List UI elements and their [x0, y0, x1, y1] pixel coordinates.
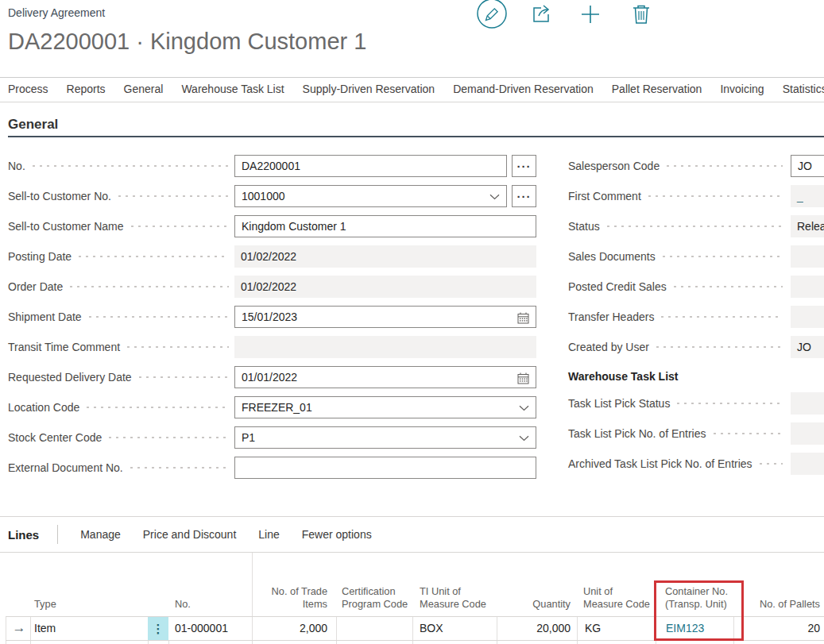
- dotted-leader: [760, 462, 783, 465]
- field-label: Status: [568, 220, 600, 233]
- row-menu-button[interactable]: ⋮: [148, 617, 168, 640]
- field-first-comment: First Comment_: [0, 185, 824, 207]
- dotted-leader: [674, 285, 783, 288]
- field-task-list-pick-status: Task List Pick Status: [0, 392, 824, 415]
- lines-menu-manage[interactable]: Manage: [80, 528, 121, 541]
- tab-statistics[interactable]: Statistics: [783, 83, 824, 95]
- dotted-leader: [677, 402, 783, 405]
- cell-border: [168, 641, 169, 644]
- field-value: _: [791, 190, 803, 202]
- column-header-text: No. of Pallets: [737, 598, 820, 611]
- tab-demand-driven-reservation[interactable]: Demand-Driven Reservation: [453, 83, 594, 95]
- field-readonly: JO: [791, 336, 824, 358]
- field-label: Transfer Headers: [568, 310, 654, 323]
- page-caption: Delivery Agreement: [8, 6, 105, 19]
- divider: [0, 516, 824, 517]
- cell-border: [148, 641, 149, 644]
- trash-icon: [630, 3, 652, 29]
- column-header-type[interactable]: Type: [30, 553, 148, 616]
- edit-button[interactable]: [476, 0, 508, 32]
- column-header-certification-program-code[interactable]: Certification Program Code: [336, 553, 412, 616]
- tab-reports[interactable]: Reports: [67, 83, 106, 95]
- delete-button[interactable]: [625, 0, 657, 32]
- dotted-leader: [607, 225, 783, 228]
- column-header-unit-of-measure-code[interactable]: Unit of Measure Code: [577, 553, 656, 616]
- field-label: Task List Pick Status: [568, 397, 670, 410]
- tab-invoicing[interactable]: Invoicing: [720, 83, 764, 95]
- cell-border: [733, 641, 734, 644]
- field-archived-task-list-pick-no-of-entries: Archived Task List Pick No. of Entries: [0, 453, 824, 475]
- column-header-text: No. of Trade Items: [255, 585, 327, 611]
- field-label: Archived Task List Pick No. of Entries: [568, 457, 752, 470]
- lines-toolbar: Lines ManagePrice and DiscountLineFewer …: [8, 524, 372, 545]
- tab-supply-driven-reservation[interactable]: Supply-Driven Reservation: [303, 83, 435, 95]
- tab-general[interactable]: General: [124, 83, 164, 95]
- column-header-text: Unit of Measure Code: [583, 585, 652, 611]
- dotted-leader: [714, 432, 783, 435]
- general-section-underline: [8, 136, 824, 137]
- cell-border: [252, 641, 253, 644]
- lines-menu-fewer-options[interactable]: Fewer options: [302, 528, 372, 541]
- lines-menu-price-and-discount[interactable]: Price and Discount: [143, 528, 237, 541]
- plus-icon: [579, 3, 602, 29]
- field-readonly: [791, 392, 824, 415]
- column-divider: [252, 553, 253, 616]
- dotted-leader: [667, 164, 783, 168]
- general-section-heading[interactable]: General: [8, 117, 58, 133]
- cell-ti-unit-of-measure-code[interactable]: BOX: [412, 617, 497, 640]
- cell-border: [656, 641, 656, 644]
- cell-certification-program-code[interactable]: [336, 617, 412, 640]
- column-header-ti-unit-of-measure-code[interactable]: TI Unit of Measure Code: [412, 553, 497, 616]
- lines-menu-line[interactable]: Line: [258, 528, 279, 541]
- ribbon-tabs: ProcessReportsGeneralWarehouse Task List…: [8, 83, 824, 95]
- field-salesperson-code: Salesperson CodeJO: [0, 155, 824, 177]
- column-header-quantity[interactable]: Quantity: [497, 553, 577, 616]
- field-value: Relea: [791, 220, 824, 233]
- field-value: JO: [791, 160, 812, 172]
- cell-border: [497, 641, 497, 644]
- cell-no-of-trade-items[interactable]: 2,000: [252, 617, 336, 640]
- column-header-no-of-trade-items[interactable]: No. of Trade Items: [252, 553, 336, 616]
- field-readonly: Relea: [791, 215, 824, 237]
- cell-no[interactable]: 01-000001: [168, 617, 252, 640]
- cell-type[interactable]: Item: [30, 617, 148, 640]
- dotted-leader: [661, 315, 783, 318]
- field-readonly: [791, 276, 824, 298]
- tab-process[interactable]: Process: [8, 83, 48, 95]
- field-label: Posted Credit Sales: [568, 280, 667, 293]
- divider: [0, 102, 824, 102]
- column-header-text: No.: [175, 598, 249, 611]
- field-readonly: [791, 422, 824, 445]
- field-value: JO: [791, 341, 811, 353]
- warehouse-task-list-subheading: Warehouse Task List: [568, 370, 678, 383]
- field-label: Created by User: [568, 341, 649, 353]
- lines-separator: [57, 525, 58, 544]
- column-header-no[interactable]: No.: [168, 553, 252, 616]
- field-label: Requested Delivery Date: [8, 371, 132, 384]
- field-label: First Comment: [568, 190, 641, 202]
- cell-border: [412, 641, 413, 644]
- field-readonly: [791, 245, 824, 268]
- tab-warehouse-task-list[interactable]: Warehouse Task List: [181, 83, 284, 95]
- column-header-text: Type: [34, 598, 145, 611]
- cell-unit-of-measure-code[interactable]: KG: [577, 617, 656, 640]
- add-button[interactable]: [574, 0, 606, 32]
- field-readonly: [791, 306, 824, 328]
- field-input[interactable]: 01/01/2022: [234, 366, 536, 388]
- cell-border: [577, 641, 578, 644]
- field-link[interactable]: _: [791, 185, 824, 207]
- cell-no-of-pallets[interactable]: 20: [733, 617, 824, 640]
- field-posted-credit-sales: Posted Credit Sales: [0, 276, 824, 298]
- calendar-icon: [517, 367, 529, 389]
- divider: [0, 77, 824, 78]
- share-button[interactable]: [525, 0, 557, 32]
- field-input[interactable]: JO: [791, 155, 824, 177]
- highlight-box: [654, 580, 744, 641]
- field-transfer-headers: Transfer Headers: [0, 306, 824, 328]
- lines-title[interactable]: Lines: [8, 528, 39, 542]
- cell-border: [6, 617, 6, 640]
- column-header-no-of-pallets[interactable]: No. of Pallets: [733, 553, 824, 616]
- cell-quantity[interactable]: 20,000: [497, 617, 577, 640]
- pencil-circle-icon: [476, 0, 508, 33]
- tab-pallet-reservation[interactable]: Pallet Reservation: [612, 83, 702, 95]
